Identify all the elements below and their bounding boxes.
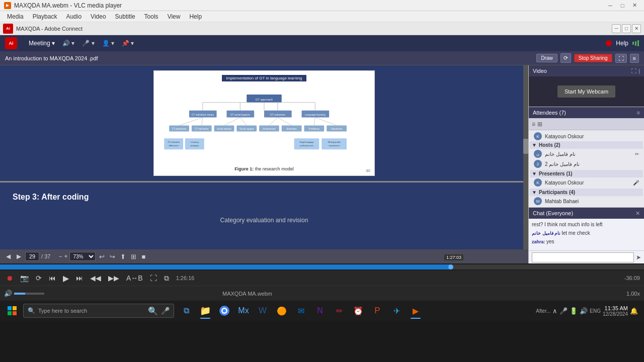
ac-menu-meeting[interactable]: Meeting ▾ [29, 40, 55, 47]
menu-audio[interactable]: Audio [62, 12, 86, 21]
slide-prev-btn[interactable]: ◀ [4, 252, 13, 261]
taskbar-chrome-btn[interactable] [215, 302, 233, 320]
menu-tools[interactable]: Tools [140, 12, 163, 21]
taskbar-powerpoint-btn[interactable]: P [368, 302, 386, 320]
ac-signal [632, 40, 639, 46]
att-group-hosts-collapse-icon[interactable]: ▼ [532, 142, 537, 148]
ac-help-btn[interactable]: Help [616, 40, 628, 47]
menu-media[interactable]: Media [3, 12, 28, 21]
ac-menu-activity[interactable]: 📌 ▾ [122, 40, 134, 47]
vlc-close-btn[interactable]: ✕ [629, 0, 640, 11]
taskbar-onenote-btn[interactable]: N [311, 302, 329, 320]
vlc-screenshot-btn[interactable]: 📷 [18, 273, 31, 283]
ac-chat-input[interactable] [532, 252, 634, 262]
vlc-loop-btn[interactable]: ⟳ [34, 273, 44, 283]
vlc-frame-next-btn[interactable]: ▶▶ [106, 273, 121, 283]
ac-minimize-btn[interactable]: ─ [612, 24, 621, 33]
ac-menu-presenter[interactable]: 👤 ▾ [102, 40, 114, 47]
vlc-record-btn[interactable]: ⏺ [4, 273, 15, 283]
taskbar-orange-btn[interactable]: 🟠 [273, 302, 291, 320]
svg-text:Learning: Learning [191, 141, 198, 143]
taskbar-vlc-btn[interactable]: ▶ [407, 302, 425, 320]
vlc-frame-prev-btn[interactable]: ◀◀ [88, 273, 103, 283]
ac-chat-title: Chat (Everyone) [533, 210, 573, 216]
slide-grid-btn[interactable]: ⊞ [129, 252, 138, 261]
slide-zoom-select[interactable]: 73% 100% 150% [69, 252, 96, 261]
att-group-participants-collapse-icon[interactable]: ▼ [532, 190, 537, 195]
slide-scrollbar[interactable] [523, 65, 528, 249]
vlc-fullscreen-btn[interactable]: ⛶ [148, 273, 159, 283]
menu-view[interactable]: View [164, 12, 185, 21]
ac-menu-video[interactable]: 🎤 ▾ [82, 40, 94, 47]
slide-zoom-out-btn[interactable]: − [58, 253, 62, 260]
ac-start-webcam-btn[interactable]: Start My Webcam [557, 85, 615, 98]
vlc-extended-btn[interactable]: ⧉ [162, 273, 171, 284]
win-taskbar-apps: ⧉ 📁 Mx W 🟠 ✉ N ✏ ⏰ [177, 302, 425, 320]
att-list-view-btn[interactable]: ≡ [532, 121, 535, 128]
vlc-minimize-btn[interactable]: ─ [605, 0, 616, 11]
ac-stop-sharing-btn[interactable]: Stop Sharing [574, 54, 612, 62]
vlc-prev-btn[interactable]: ⏮ [47, 273, 58, 283]
taskbar-task-view-btn[interactable]: ⧉ [177, 302, 195, 320]
tray-chevron-icon[interactable]: ∧ [552, 307, 557, 315]
vlc-maximize-btn[interactable]: □ [617, 0, 628, 11]
win-tray-time[interactable]: 11:35 AM 12/28/2024 [603, 305, 628, 317]
slide-zoom-in-btn[interactable]: + [64, 253, 67, 260]
slide-stop-btn[interactable]: ■ [140, 252, 147, 261]
vlc-volume-slider[interactable] [14, 293, 44, 295]
menu-help[interactable]: Help [185, 12, 206, 21]
menu-video[interactable]: Video [87, 12, 110, 21]
win-search-bar[interactable]: 🔍 Type here to search 🔍 🎤 [23, 304, 174, 318]
slide-category: Category evaluation and revision [13, 217, 516, 224]
att-group-presenters-collapse-icon[interactable]: ▼ [532, 171, 537, 176]
ac-menu-audio[interactable]: 🔊 ▾ [62, 40, 74, 47]
ac-chat-input-row: ➤ [529, 250, 644, 263]
win-start-btn[interactable] [2, 301, 22, 321]
tray-notification-icon[interactable]: 🔔 [630, 307, 638, 315]
ac-video-options-icon[interactable]: | [638, 68, 640, 74]
slide-upload-btn[interactable]: ⬆ [119, 252, 127, 261]
svg-text:differences: differences [169, 144, 178, 147]
ac-slide-panel: Implementation of GT in language learnin… [0, 65, 528, 263]
ac-fullscreen-btn[interactable]: ⛶ [615, 54, 627, 63]
tray-volume-icon[interactable]: 🔊 [580, 307, 588, 315]
ac-draw-btn[interactable]: Draw [536, 54, 557, 62]
win-tray: After... ∧ 🎤 🔋 🔊 ENG 11:35 AM 12/28/2024… [536, 305, 642, 317]
att-host-1: ن نام فامیل خانم ✏ [530, 149, 643, 159]
vlc-play-btn[interactable]: ▶ [61, 273, 71, 284]
vlc-ab-btn[interactable]: A↔B [124, 273, 145, 283]
ac-restore-btn[interactable]: □ [622, 24, 631, 33]
taskbar-telegram-btn[interactable]: ✈ [387, 302, 406, 320]
slide-page-input[interactable] [25, 252, 39, 261]
taskbar-maxqda-btn[interactable]: Mx [234, 302, 253, 320]
taskbar-mail-btn[interactable]: ✉ [292, 302, 310, 320]
ac-chat-options-icon[interactable]: ✕ [635, 210, 640, 217]
slide-next-btn[interactable]: ▶ [15, 252, 23, 261]
ac-close-btn[interactable]: ✕ [632, 24, 641, 33]
vlc-progress-bar[interactable]: 1:27:03 [0, 264, 644, 269]
vlc-next-btn[interactable]: ⏭ [74, 273, 85, 283]
tray-network-label: After... [536, 308, 550, 314]
att-grid-view-btn[interactable]: ⊞ [537, 121, 542, 128]
svg-rect-52 [8, 306, 12, 310]
slide-fit-btn[interactable]: ↩ [98, 252, 106, 261]
ac-titlebar: Ai MAXQDA - Adobe Connect ─ □ ✕ [0, 22, 644, 35]
tray-mic-icon[interactable]: 🎤 [559, 307, 568, 315]
ac-options-btn[interactable]: ≡ [630, 54, 639, 63]
menu-subtitle[interactable]: Subtitle [111, 12, 139, 21]
att-participant-1-name: Mahtab Bahaei [545, 199, 639, 204]
ac-chat-messages: rest? I think not much info is left نام … [529, 219, 644, 250]
taskbar-explorer-btn[interactable]: 📁 [196, 302, 214, 320]
taskbar-word-btn[interactable]: W [254, 302, 272, 320]
ac-video-fullscreen-icon[interactable]: ⛶ [631, 68, 636, 74]
slide-forward-btn[interactable]: ↪ [108, 252, 117, 261]
taskbar-clock-btn[interactable]: ⏰ [349, 302, 367, 320]
ac-attendees-options-icon[interactable]: ≡ [637, 110, 640, 116]
vlc-taskbar-icon: ▶ [413, 306, 419, 316]
tray-battery-icon: 🔋 [570, 307, 578, 315]
ac-sync-btn[interactable]: ⟳ [560, 53, 571, 63]
ac-chat-send-btn[interactable]: ➤ [636, 254, 641, 261]
taskbar-draw-btn[interactable]: ✏ [330, 302, 348, 320]
att-presenter-1-avatar: K [534, 178, 542, 187]
menu-playback[interactable]: Playback [29, 12, 61, 21]
